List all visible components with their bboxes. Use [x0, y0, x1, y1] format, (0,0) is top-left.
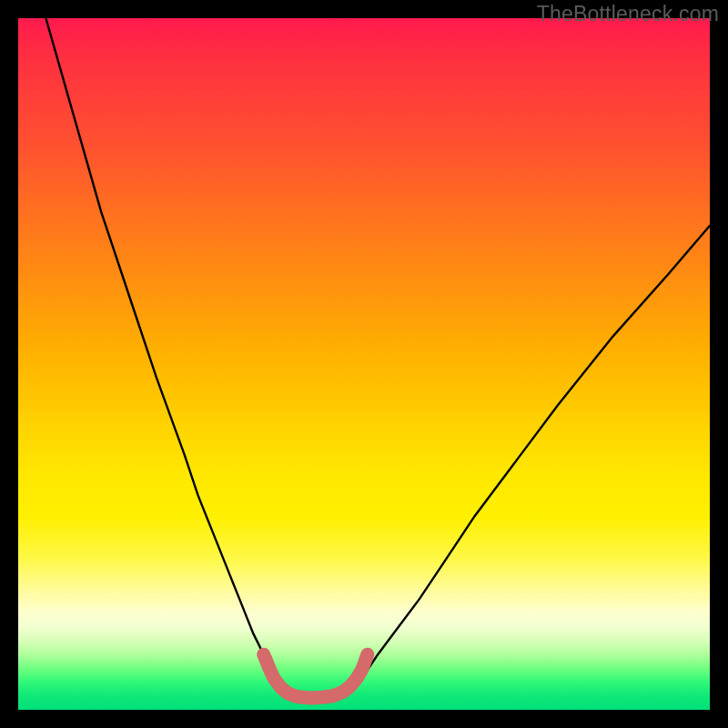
left-curve-path — [46, 18, 284, 689]
right-curve-path — [354, 226, 710, 689]
bottleneck-chart — [18, 18, 710, 710]
valley-marker-path — [264, 654, 368, 698]
watermark-text: TheBottleneck.com — [537, 2, 719, 26]
